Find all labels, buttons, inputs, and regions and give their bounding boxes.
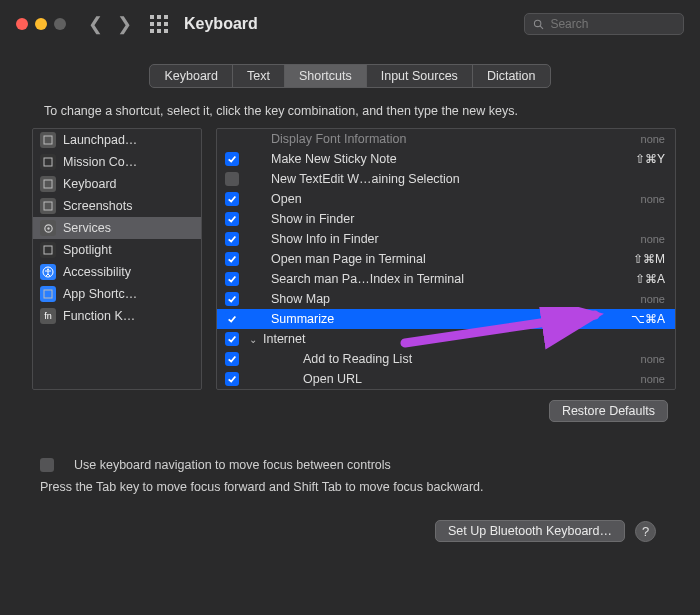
shortcut-keys[interactable]: none <box>641 353 665 365</box>
shortcut-keys[interactable]: none <box>641 293 665 305</box>
shortcut-label: Open <box>249 192 641 206</box>
category-label: Function K… <box>63 309 135 323</box>
segmented-control: KeyboardTextShortcutsInput SourcesDictat… <box>149 64 550 88</box>
tab-input-sources[interactable]: Input Sources <box>367 65 473 87</box>
category-item[interactable]: App Shortc… <box>33 283 201 305</box>
spotlight-icon <box>40 242 56 258</box>
tab-shortcuts[interactable]: Shortcuts <box>285 65 367 87</box>
shortcut-checkbox[interactable] <box>225 332 239 346</box>
titlebar: ❮ ❯ Keyboard <box>0 0 700 48</box>
category-list[interactable]: Launchpad…Mission Co…KeyboardScreenshots… <box>32 128 202 390</box>
category-label: Accessibility <box>63 265 131 279</box>
chevron-down-icon[interactable]: ⌄ <box>249 334 259 345</box>
shortcut-checkbox[interactable] <box>225 232 239 246</box>
tab-text[interactable]: Text <box>233 65 285 87</box>
category-label: Mission Co… <box>63 155 137 169</box>
shortcut-keys[interactable]: none <box>641 233 665 245</box>
category-label: Spotlight <box>63 243 112 257</box>
shortcut-label: New TextEdit W…aining Selection <box>249 172 665 186</box>
shortcut-checkbox[interactable] <box>225 292 239 306</box>
help-button[interactable]: ? <box>635 521 656 542</box>
keyboard-icon <box>40 176 56 192</box>
category-item[interactable]: Keyboard <box>33 173 201 195</box>
shortcut-keys[interactable]: ⇧⌘Y <box>635 152 665 166</box>
search-field-container[interactable] <box>524 13 684 35</box>
shortcut-checkbox[interactable] <box>225 352 239 366</box>
shortcut-row[interactable]: Opennone <box>217 189 675 209</box>
shortcut-row[interactable]: Show Info in Findernone <box>217 229 675 249</box>
shortcut-label: Display Font Information <box>249 132 641 146</box>
forward-button[interactable]: ❯ <box>117 15 132 33</box>
shortcut-row[interactable]: Search man Pa…Index in Terminal⇧⌘A <box>217 269 675 289</box>
traffic-lights <box>16 18 66 30</box>
shortcut-keys[interactable]: ⇧⌘M <box>633 252 665 266</box>
shortcut-checkbox[interactable] <box>225 272 239 286</box>
category-label: App Shortc… <box>63 287 137 301</box>
back-button[interactable]: ❮ <box>88 15 103 33</box>
category-item[interactable]: Launchpad… <box>33 129 201 151</box>
shortcut-row[interactable]: Make New Sticky Note⇧⌘Y <box>217 149 675 169</box>
shortcut-row[interactable]: Display Font Informationnone <box>217 129 675 149</box>
svg-rect-5 <box>44 202 52 210</box>
kb-nav-checkbox[interactable] <box>40 458 54 472</box>
shortcut-keys[interactable]: none <box>641 373 665 385</box>
shortcut-checkbox[interactable] <box>225 212 239 226</box>
svg-line-1 <box>540 25 543 28</box>
tab-dictation[interactable]: Dictation <box>473 65 550 87</box>
category-item[interactable]: Services <box>33 217 201 239</box>
svg-rect-3 <box>44 158 52 166</box>
kb-nav-hint: Press the Tab key to move focus forward … <box>40 480 660 494</box>
shortcut-label: Internet <box>263 332 665 346</box>
category-item[interactable]: fnFunction K… <box>33 305 201 327</box>
shortcut-row[interactable]: Add to Reading Listnone <box>217 349 675 369</box>
setup-bluetooth-button[interactable]: Set Up Bluetooth Keyboard… <box>435 520 625 542</box>
shortcut-label: Show Map <box>249 292 641 306</box>
shortcut-row[interactable]: Summarize⌥⌘A <box>217 309 675 329</box>
svg-point-10 <box>47 269 49 271</box>
window-title: Keyboard <box>184 15 258 33</box>
restore-defaults-button[interactable]: Restore Defaults <box>549 400 668 422</box>
minimize-window-button[interactable] <box>35 18 47 30</box>
svg-point-0 <box>534 20 540 26</box>
shortcut-label: Open man Page in Terminal <box>249 252 633 266</box>
shortcut-checkbox[interactable] <box>225 372 239 386</box>
shortcut-keys[interactable]: none <box>641 193 665 205</box>
show-all-prefs-icon[interactable] <box>150 15 168 33</box>
shortcut-row[interactable]: Open URLnone <box>217 369 675 389</box>
shortcut-group-row[interactable]: ⌄Internet <box>217 329 675 349</box>
shortcut-list[interactable]: Display Font InformationnoneMake New Sti… <box>216 128 676 390</box>
instruction-text: To change a shortcut, select it, click t… <box>24 98 676 128</box>
fn-icon: fn <box>40 308 56 324</box>
category-item[interactable]: Mission Co… <box>33 151 201 173</box>
shortcut-row[interactable]: Show Mapnone <box>217 289 675 309</box>
shortcut-label: Summarize <box>249 312 631 326</box>
shortcut-row[interactable]: New TextEdit W…aining Selection <box>217 169 675 189</box>
category-item[interactable]: Accessibility <box>33 261 201 283</box>
category-label: Screenshots <box>63 199 132 213</box>
search-input[interactable] <box>550 17 675 31</box>
shortcut-label: Make New Sticky Note <box>249 152 635 166</box>
shortcut-checkbox[interactable] <box>225 252 239 266</box>
shortcut-checkbox[interactable] <box>225 152 239 166</box>
category-item[interactable]: Spotlight <box>33 239 201 261</box>
accessibility-icon <box>40 264 56 280</box>
mission-icon <box>40 154 56 170</box>
shortcut-checkbox[interactable] <box>225 172 239 186</box>
close-window-button[interactable] <box>16 18 28 30</box>
shortcut-checkbox[interactable] <box>225 312 239 326</box>
shortcut-keys[interactable]: ⇧⌘A <box>635 272 665 286</box>
svg-rect-11 <box>44 290 52 298</box>
tab-keyboard[interactable]: Keyboard <box>150 65 233 87</box>
zoom-window-button[interactable] <box>54 18 66 30</box>
shortcut-keys[interactable]: none <box>641 133 665 145</box>
shortcut-label: Search man Pa…Index in Terminal <box>249 272 635 286</box>
rocket-icon <box>40 132 56 148</box>
gear-icon <box>40 220 56 236</box>
shortcut-row[interactable]: Show in Finder <box>217 209 675 229</box>
shortcut-row[interactable]: Open man Page in Terminal⇧⌘M <box>217 249 675 269</box>
nav-buttons: ❮ ❯ <box>88 15 132 33</box>
category-item[interactable]: Screenshots <box>33 195 201 217</box>
shortcut-checkbox[interactable] <box>225 192 239 206</box>
shortcut-keys[interactable]: ⌥⌘A <box>631 312 665 326</box>
category-label: Keyboard <box>63 177 117 191</box>
